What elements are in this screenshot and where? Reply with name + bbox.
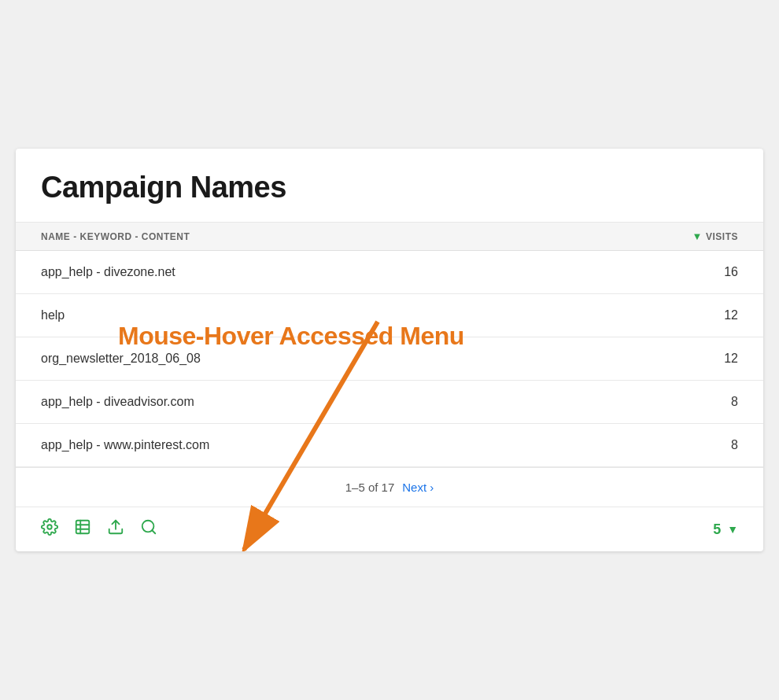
table-row: app_help - divezone.net 16 [16,251,763,294]
row-name: app_help - divezone.net [41,265,175,279]
row-name: app_help - diveadvisor.com [41,395,194,409]
toolbar-right: 5 ▼ [713,521,738,538]
settings-icon[interactable] [41,518,58,540]
widget-header: Campaign Names [16,149,763,223]
table-row: app_help - diveadvisor.com 8 [16,381,763,424]
toolbar-left [41,518,157,540]
column-visits-header: ▼ VISITS [692,230,738,242]
pagination-info: 1–5 of 17 [345,481,395,494]
page-size-dropdown-icon[interactable]: ▼ [727,523,738,536]
svg-rect-1 [76,521,90,534]
row-name: help [41,308,65,322]
table-row: app_help - www.pinterest.com 8 [16,424,763,467]
column-name-header: NAME - KEYWORD - CONTENT [41,231,190,242]
campaign-names-widget: Campaign Names NAME - KEYWORD - CONTENT … [16,149,763,551]
search-icon[interactable] [140,518,157,540]
row-visits: 16 [714,265,738,279]
page-size-value: 5 [713,521,721,538]
svg-line-7 [152,530,155,533]
row-visits: 12 [714,308,738,322]
table-row: org_newsletter_2018_06_08 12 [16,337,763,381]
next-button[interactable]: Next › [402,481,434,494]
toolbar: 5 ▼ [16,507,763,551]
table-row: help 12 [16,294,763,337]
row-visits: 8 [714,395,738,409]
row-visits: 12 [714,352,738,366]
visits-label: VISITS [706,231,738,242]
row-name: app_help - www.pinterest.com [41,438,209,452]
row-visits: 8 [714,438,738,452]
filter-icon[interactable]: ▼ [692,230,703,242]
row-name: org_newsletter_2018_06_08 [41,352,201,366]
export-icon[interactable] [107,518,124,540]
svg-point-0 [47,525,52,529]
pagination-bar: 1–5 of 17 Next › [16,467,763,507]
page-title: Campaign Names [41,171,738,204]
table-header: NAME - KEYWORD - CONTENT ▼ VISITS [16,223,763,251]
table-icon[interactable] [74,518,91,540]
